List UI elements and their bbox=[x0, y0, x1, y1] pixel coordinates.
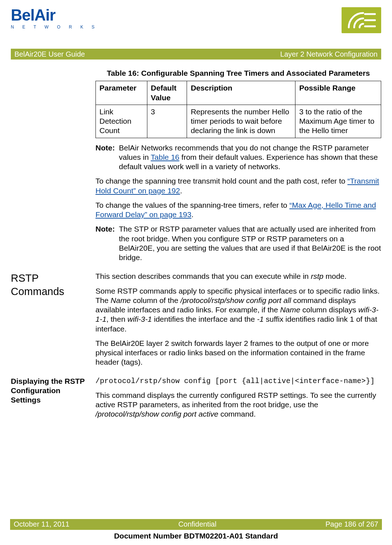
text: command. bbox=[218, 410, 256, 418]
cell-range: 3 to the ratio of the Maximum Age timer … bbox=[295, 105, 381, 138]
col-range: Possible Range bbox=[295, 81, 381, 105]
guide-title: BelAir20E User Guide bbox=[14, 50, 85, 59]
text: . bbox=[180, 186, 182, 195]
brand-name: BelAir bbox=[11, 7, 98, 23]
page-footer: October 11, 2011 Confidential Page 186 o… bbox=[10, 519, 382, 541]
section-heading-rstp: RSTP Commands bbox=[11, 272, 95, 298]
footer-page: Page 186 of 267 bbox=[325, 520, 378, 529]
note-block: Note: BelAir Networks recommends that yo… bbox=[95, 143, 381, 172]
text: To change the values of the spanning-tre… bbox=[95, 201, 289, 209]
link-table16[interactable]: Table 16 bbox=[151, 153, 179, 161]
footer-confidential: Confidential bbox=[178, 520, 217, 529]
col-parameter: Parameter bbox=[96, 81, 147, 105]
page-header: BelAir N E T W O R K S bbox=[11, 7, 381, 45]
table-caption: Table 16: Configurable Spanning Tree Tim… bbox=[95, 69, 381, 78]
title-bar: BelAir20E User Guide Layer 2 Network Con… bbox=[11, 49, 381, 60]
example-value: -1 bbox=[257, 315, 264, 323]
section-heading-display: Displaying the RSTP Configuration Settin… bbox=[11, 377, 95, 405]
text: , then bbox=[106, 315, 127, 323]
column-name: Name bbox=[280, 306, 300, 314]
cell-parameter: Link Detection Count bbox=[96, 105, 147, 138]
table-row: Link Detection Count 3 Represents the nu… bbox=[96, 105, 381, 138]
command-inline: /protocol/rstp/show config port active bbox=[95, 410, 218, 418]
paragraph: This command displays the currently conf… bbox=[95, 391, 381, 419]
col-default: Default Value bbox=[147, 81, 187, 105]
note-label: Note: bbox=[95, 224, 119, 262]
mode-name: rstp bbox=[311, 272, 324, 280]
paragraph: To change the spanning tree transmit hol… bbox=[95, 176, 381, 195]
note-block: Note: The STP or RSTP parameter values t… bbox=[95, 224, 381, 262]
text: To change the spanning tree transmit hol… bbox=[95, 177, 347, 185]
cell-desc: Represents the number Hello timer period… bbox=[187, 105, 295, 138]
text: mode. bbox=[324, 272, 347, 280]
paragraph: The BelAir20E layer 2 switch forwards la… bbox=[95, 339, 381, 367]
parameters-table: Parameter Default Value Description Poss… bbox=[95, 81, 381, 138]
paragraph: To change the values of the spanning-tre… bbox=[95, 201, 381, 220]
brand-tagline: N E T W O R K S bbox=[11, 25, 98, 30]
note-text: BelAir Networks recommends that you do n… bbox=[119, 143, 381, 172]
text: This command displays the currently conf… bbox=[95, 391, 376, 409]
text: . bbox=[191, 210, 193, 219]
footer-date: October 11, 2011 bbox=[14, 520, 70, 529]
company-badge-icon bbox=[342, 7, 381, 33]
text: This section describes commands that you… bbox=[95, 272, 311, 280]
footer-doc-number: Document Number BDTM02201-A01 Standard bbox=[10, 531, 382, 541]
text: column displays bbox=[300, 306, 358, 314]
paragraph: Some RSTP commands apply to specific phy… bbox=[95, 286, 381, 334]
cell-default: 3 bbox=[147, 105, 187, 138]
column-name: Name bbox=[111, 296, 131, 304]
note-label: Note: bbox=[95, 143, 119, 172]
text: identifies the interface and the bbox=[152, 315, 257, 323]
example-value: wifi-3-1 bbox=[128, 315, 152, 323]
paragraph: This section describes commands that you… bbox=[95, 272, 381, 281]
chapter-title: Layer 2 Network Configuration bbox=[280, 50, 378, 59]
command-syntax: /protocol/rstp/show config [port {all|ac… bbox=[95, 377, 381, 386]
text: column of the bbox=[131, 296, 181, 304]
note-text: The STP or RSTP parameter values that ar… bbox=[119, 224, 381, 262]
table-header-row: Parameter Default Value Description Poss… bbox=[96, 81, 381, 105]
col-desc: Description bbox=[187, 81, 295, 105]
command-inline: /protocol/rstp/show config port all bbox=[181, 296, 291, 304]
brand-logo: BelAir N E T W O R K S bbox=[11, 7, 98, 30]
footer-bar: October 11, 2011 Confidential Page 186 o… bbox=[10, 519, 382, 530]
